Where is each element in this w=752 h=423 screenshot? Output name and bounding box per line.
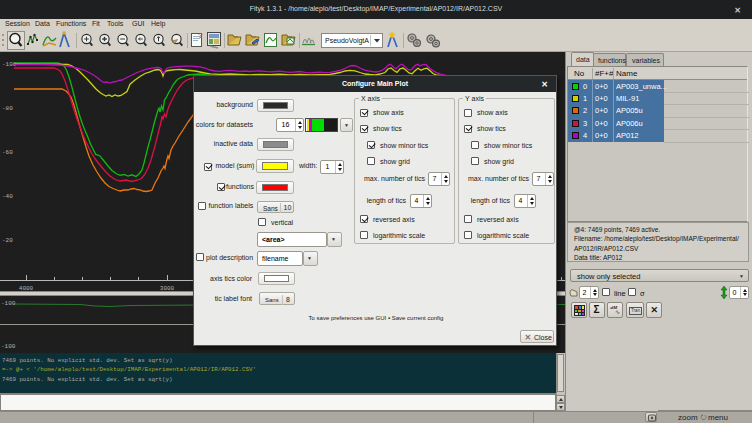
svg-text:PseudoVoigtA: PseudoVoigtA	[325, 37, 369, 45]
svg-text:-40: -40	[2, 193, 13, 200]
svg-text:-80: -80	[2, 105, 13, 112]
svg-text:-60: -60	[2, 149, 13, 156]
svg-text:-20: -20	[2, 237, 13, 244]
svg-text:?: ?	[198, 31, 203, 40]
